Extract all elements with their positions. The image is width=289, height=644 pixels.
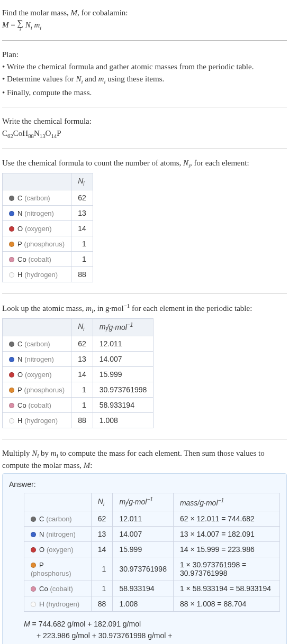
col-mass: mass/g·mol−1 [173, 493, 279, 511]
element-cell: Co (cobalt) [3, 398, 71, 413]
atom-count-table: Ni C (carbon)62N (nitrogen)13O (oxygen)1… [2, 173, 93, 282]
col-element [24, 493, 92, 511]
element-cell: C (carbon) [3, 190, 71, 205]
table-header-row: Ni [3, 173, 93, 190]
plan-section: Plan: • Write the chemical formula and g… [2, 46, 287, 101]
table-row: Co (cobalt)158.933194 [3, 398, 153, 413]
col-element [3, 318, 71, 336]
divider [2, 40, 287, 41]
molar-mass-equation: M = 744.682 g/mol + 182.091 g/mol + 223.… [24, 618, 280, 644]
table-row: Co (cobalt)158.9331941 × 58.933194 = 58.… [24, 581, 280, 596]
step3-title: Look up the atomic mass, mi, in g·mol−1 … [2, 302, 287, 315]
table-row: N (nitrogen)1314.00713 × 14.007 = 182.09… [24, 526, 280, 541]
ni-cell: 1 [91, 557, 113, 581]
element-cell: P (phosphorus) [3, 382, 71, 398]
ni-cell: 14 [71, 367, 93, 382]
mass-cell: 1 × 30.973761998 = 30.973761998 [173, 557, 279, 581]
mi-cell: 58.933194 [93, 398, 153, 413]
mi-cell: 1.008 [93, 413, 153, 428]
table-row: C (carbon)6212.01162 × 12.011 = 744.682 [24, 511, 280, 526]
table-row: C (carbon)62 [3, 190, 93, 205]
step1-title: Write the chemical formula: [2, 116, 287, 127]
mi-cell: 15.999 [113, 541, 174, 557]
step2-title: Use the chemical formula to count the nu… [2, 158, 287, 170]
table-row: O (oxygen)1415.99914 × 15.999 = 223.986 [24, 541, 280, 557]
plan-bullet-2: • Determine values for Ni and mi using t… [2, 73, 287, 86]
mass-cell: 1 × 58.933194 = 58.933194 [173, 581, 279, 596]
intro-line-1: Find the molar mass, M, for cobalamin: [2, 7, 287, 19]
ni-cell: 88 [91, 596, 113, 611]
table-row: N (nitrogen)13 [3, 205, 93, 220]
mi-cell: 30.973761998 [93, 382, 153, 398]
ni-cell: 1 [71, 398, 93, 413]
col-ni: Ni [71, 318, 93, 336]
ni-cell: 1 [71, 251, 93, 266]
col-mi: mi/g·mol−1 [113, 493, 174, 511]
plan-b2-post: using these items. [105, 75, 164, 83]
mi-cell: 58.933194 [113, 581, 174, 596]
element-cell: O (oxygen) [3, 367, 71, 382]
table-row: P (phosphorus)130.9737619981 × 30.973761… [24, 557, 280, 581]
chemical-formula: C62CoH88N13O14P [2, 128, 287, 140]
mi-cell: 12.011 [113, 511, 174, 526]
mass-cell: 13 × 14.007 = 182.091 [173, 526, 279, 541]
col-ni: Ni [71, 173, 93, 190]
element-cell: Co (cobalt) [3, 251, 71, 266]
element-cell: N (nitrogen) [3, 205, 71, 220]
intro-equation: M = ∑i Ni mi [2, 20, 287, 32]
table-row: H (hydrogen)881.008 [3, 413, 153, 428]
col-element [3, 173, 71, 190]
table-row: C (carbon)6212.011 [3, 336, 153, 352]
step1-section: Write the chemical formula: C62CoH88N13O… [2, 113, 287, 143]
mi-cell: 14.007 [113, 526, 174, 541]
mass-cell: 62 × 12.011 = 744.682 [173, 511, 279, 526]
step4-title: Multiply Ni by mi to compute the mass fo… [2, 448, 287, 471]
ni-cell: 62 [91, 511, 113, 526]
ni-cell: 62 [71, 190, 93, 205]
divider [2, 439, 287, 439]
ni-cell: 14 [91, 541, 113, 557]
table-header-row: Ni mi/g·mol−1 [3, 318, 153, 336]
step2-section: Use the chemical formula to count the nu… [2, 154, 287, 288]
table-row: P (phosphorus)1 [3, 236, 93, 251]
ni-cell: 13 [71, 352, 93, 367]
table-row: O (oxygen)1415.999 [3, 367, 153, 382]
intro-section: Find the molar mass, M, for cobalamin: M… [2, 4, 287, 35]
table-row: H (hydrogen)88 [3, 266, 93, 282]
table-row: H (hydrogen)881.00888 × 1.008 = 88.704 [24, 596, 280, 611]
plan-title: Plan: [2, 49, 287, 60]
mi-cell: 12.011 [93, 336, 153, 352]
mass-cell: 14 × 15.999 = 223.986 [173, 541, 279, 557]
table-row: O (oxygen)14 [3, 220, 93, 236]
element-cell: H (hydrogen) [3, 266, 71, 282]
table-row: N (nitrogen)1314.007 [3, 352, 153, 367]
plan-bullet-1: • Write the chemical formula and gather … [2, 61, 287, 72]
mi-cell: 15.999 [93, 367, 153, 382]
ni-cell: 14 [71, 220, 93, 236]
col-ni: Ni [91, 493, 113, 511]
ni-cell: 13 [91, 526, 113, 541]
element-cell: P (phosphorus) [24, 557, 92, 581]
element-cell: N (nitrogen) [24, 526, 92, 541]
element-cell: H (hydrogen) [3, 413, 71, 428]
ni-cell: 62 [71, 336, 93, 352]
answer-box: Answer: Ni mi/g·mol−1 mass/g·mol−1 C (ca… [2, 473, 287, 644]
element-cell: N (nitrogen) [3, 352, 71, 367]
mi-cell: 1.008 [113, 596, 174, 611]
mi-cell: 30.973761998 [113, 557, 174, 581]
element-cell: Co (cobalt) [24, 581, 92, 596]
element-cell: O (oxygen) [3, 220, 71, 236]
plan-b2-mid: and [83, 75, 98, 83]
answer-label: Answer: [9, 480, 280, 489]
table-row: P (phosphorus)130.973761998 [3, 382, 153, 398]
divider [2, 107, 287, 107]
divider [2, 293, 287, 293]
ni-cell: 1 [91, 581, 113, 596]
step3-section: Look up the atomic mass, mi, in g·mol−1 … [2, 299, 287, 434]
element-cell: O (oxygen) [24, 541, 92, 557]
element-cell: C (carbon) [24, 511, 92, 526]
table-header-row: Ni mi/g·mol−1 mass/g·mol−1 [24, 493, 280, 511]
ni-cell: 88 [71, 266, 93, 282]
element-cell: H (hydrogen) [24, 596, 92, 611]
mi-cell: 14.007 [93, 352, 153, 367]
